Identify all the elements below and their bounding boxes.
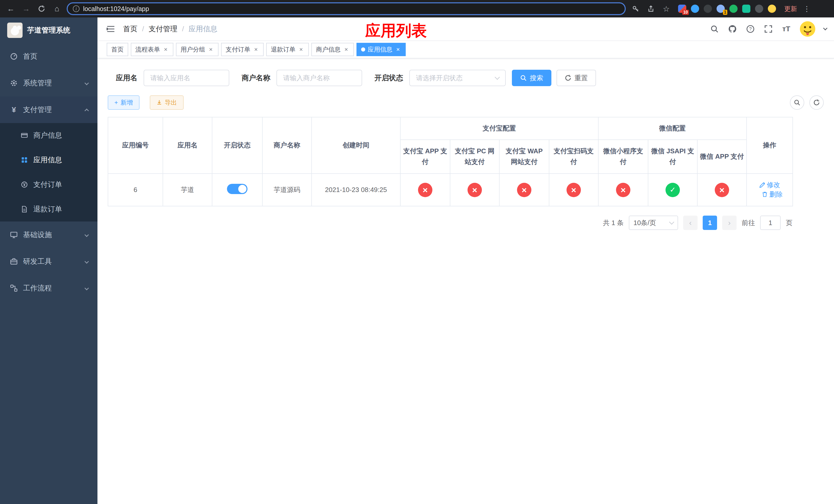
breadcrumb-payment[interactable]: 支付管理 [149,24,177,34]
col-wechat-jsapi: 微信 JSAPI 支付 [648,140,697,174]
home-icon[interactable]: ⌂ [51,3,63,14]
status-select[interactable]: 请选择开启状态 [409,70,506,86]
refresh-button[interactable] [809,95,824,110]
group-alipay: 支付宝配置 [400,117,598,140]
tab-app-info[interactable]: 应用信息 × [356,43,406,56]
add-button[interactable]: + 新增 [108,95,139,110]
extension-icon-1[interactable]: 10 [678,5,686,13]
github-icon[interactable] [727,24,738,34]
close-icon[interactable]: × [208,46,214,52]
filter-form: 应用名 商户名称 开启状态 请选择开启状态 搜索 [108,70,824,86]
col-alipay-qr: 支付宝扫码支付 [549,140,598,174]
show-search-button[interactable] [790,95,804,110]
cell-merchant: 芋道源码 [262,174,312,206]
tab-merchant-info[interactable]: 商户信息 × [311,43,354,56]
breadcrumb-home[interactable]: 首页 [123,24,137,34]
export-button[interactable]: 导出 [150,95,184,110]
sidebar-item-payment[interactable]: ¥ 支付管理 [0,96,97,123]
chrome-update-button[interactable]: 更新 [784,5,797,13]
extension-icon-6[interactable] [742,5,750,13]
reload-icon[interactable] [36,3,47,14]
address-bar[interactable]: i localhost:1024/pay/app [67,2,626,15]
password-key-icon[interactable] [630,3,641,14]
extension-icon-4[interactable]: 1 [717,5,725,13]
status-toggle[interactable] [227,184,247,194]
table-tools [790,95,824,110]
tab-user-group[interactable]: 用户分组 × [176,43,219,56]
reset-button[interactable]: 重置 [556,70,596,86]
sidebar-item-refund-orders[interactable]: 退款订单 [0,197,97,222]
breadcrumb: 首页 / 支付管理 / 应用信息 [123,24,218,34]
next-page-button[interactable]: › [722,215,737,230]
close-icon[interactable]: × [343,46,349,52]
page-number-button[interactable]: 1 [703,215,717,230]
browser-menu-icon[interactable]: ⋮ [803,5,810,13]
breadcrumb-separator: / [142,25,144,33]
forward-icon[interactable]: → [21,3,32,14]
prev-page-button[interactable]: ‹ [683,215,698,230]
logo-bar[interactable]: 芋道管理系统 [0,18,97,43]
font-size-icon[interactable]: ᴛT [781,24,791,34]
tab-refund-orders[interactable]: 退款订单 × [266,43,309,56]
navbar-actions: ? ᴛT [709,21,827,38]
tab-pay-orders[interactable]: 支付订单 × [221,43,264,56]
help-icon[interactable]: ? [745,24,755,34]
close-icon[interactable]: × [395,46,401,52]
search-icon[interactable] [709,24,720,34]
page-size-select[interactable]: 10条/页 [629,215,678,230]
delete-link[interactable]: 删除 [762,190,783,199]
merchant-name-input[interactable] [277,70,362,86]
sidebar-item-label: 研发工具 [23,257,80,266]
fullscreen-icon[interactable] [763,24,773,34]
user-avatar[interactable] [799,21,816,38]
sidebar-item-devtools[interactable]: 研发工具 [0,248,97,275]
site-info-icon[interactable]: i [73,5,80,12]
close-icon[interactable]: × [253,46,259,52]
edit-link[interactable]: 修改 [759,181,780,189]
sidebar-item-infra[interactable]: 基础设施 [0,222,97,248]
pay-order-icon [21,181,28,188]
main-area: 首页 / 支付管理 / 应用信息 应用列表 ? [97,18,834,504]
chevron-down-icon [85,233,89,237]
col-status: 开启状态 [212,117,262,174]
sidebar-item-label: 支付订单 [33,180,97,189]
sidebar-item-system[interactable]: 系统管理 [0,70,97,96]
app-name-input[interactable] [144,70,229,86]
status-label: 开启状态 [374,73,403,83]
close-icon[interactable]: × [162,46,169,52]
status-select-placeholder: 请选择开启状态 [416,74,463,83]
status-alipay-wap-icon [517,183,531,197]
extension-icon-7[interactable] [755,5,763,13]
extension-icon-3[interactable] [704,5,712,13]
gear-icon [10,79,18,87]
app-title: 芋道管理系统 [27,25,70,35]
sidebar-item-merchant-info[interactable]: 商户信息 [0,123,97,148]
share-icon[interactable] [645,3,657,14]
extension-icon-2[interactable] [691,5,699,13]
breadcrumb-current: 应用信息 [189,24,218,34]
bookmark-star-icon[interactable]: ☆ [661,3,672,14]
active-dot [361,47,365,51]
col-merchant: 商户名称 [262,117,312,174]
sidebar-toggle-icon[interactable] [106,24,116,34]
logo-avatar [7,23,23,38]
sidebar-item-pay-orders[interactable]: 支付订单 [0,172,97,197]
extension-icon-5[interactable] [729,5,738,13]
goto-page-input[interactable] [760,215,781,230]
total-count: 共 1 条 [603,219,624,227]
sidebar-item-workflow[interactable]: 工作流程 [0,275,97,301]
document-icon [21,205,28,213]
sidebar: 芋道管理系统 首页 系统管理 ¥ 支付管理 [0,18,97,504]
tab-home[interactable]: 首页 [107,43,128,56]
extension-emoji-icon[interactable] [768,5,776,13]
back-icon[interactable]: ← [5,3,16,14]
cell-created: 2021-10-23 08:49:25 [312,174,400,206]
navbar: 首页 / 支付管理 / 应用信息 应用列表 ? [97,18,834,41]
chevron-down-icon[interactable] [823,26,828,30]
sidebar-item-home[interactable]: 首页 [0,43,97,70]
search-button[interactable]: 搜索 [512,70,551,86]
close-icon[interactable]: × [298,46,304,52]
col-created: 创建时间 [312,117,400,174]
sidebar-item-app-info[interactable]: 应用信息 [0,148,97,172]
tab-process-form[interactable]: 流程表单 × [131,43,173,56]
